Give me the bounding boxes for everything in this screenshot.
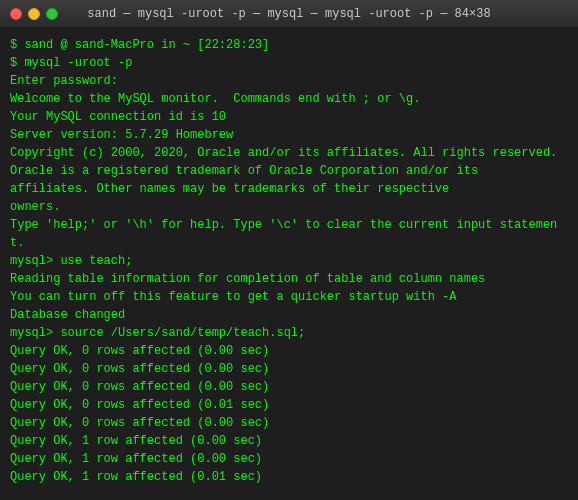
- terminal-line: You can turn off this feature to get a q…: [10, 288, 568, 306]
- terminal-line: Query OK, 0 rows affected (0.00 sec): [10, 360, 568, 378]
- terminal-line: $ sand @ sand-MacPro in ~ [22:28:23]: [10, 36, 568, 54]
- terminal-line: Type 'help;' or '\h' for help. Type '\c'…: [10, 216, 568, 252]
- window-title: sand — mysql -uroot -p — mysql — mysql -…: [87, 7, 490, 21]
- terminal-line: Query OK, 0 rows affected (0.00 sec): [10, 378, 568, 396]
- terminal-line: Query OK, 0 rows affected (0.00 sec): [10, 414, 568, 432]
- terminal-line: Query OK, 1 row affected (0.00 sec): [10, 450, 568, 468]
- title-bar: sand — mysql -uroot -p — mysql — mysql -…: [0, 0, 578, 28]
- terminal-body[interactable]: $ sand @ sand-MacPro in ~ [22:28:23]$ my…: [0, 28, 578, 500]
- terminal-line: Oracle is a registered trademark of Orac…: [10, 162, 568, 180]
- traffic-lights: [10, 8, 58, 20]
- terminal-line: Your MySQL connection id is 10: [10, 108, 568, 126]
- terminal-line: Enter password:: [10, 72, 568, 90]
- terminal-line: mysql> use teach;: [10, 252, 568, 270]
- close-button[interactable]: [10, 8, 22, 20]
- terminal-line: Server version: 5.7.29 Homebrew: [10, 126, 568, 144]
- terminal-line: Query OK, 1 row affected (0.00 sec): [10, 432, 568, 450]
- terminal-line: $ mysql -uroot -p: [10, 54, 568, 72]
- minimize-button[interactable]: [28, 8, 40, 20]
- terminal-line: Query OK, 1 row affected (0.01 sec): [10, 468, 568, 486]
- terminal-line: Reading table information for completion…: [10, 270, 568, 288]
- terminal-line: Query OK, 0 rows affected (0.00 sec): [10, 342, 568, 360]
- maximize-button[interactable]: [46, 8, 58, 20]
- terminal-line: Welcome to the MySQL monitor. Commands e…: [10, 90, 568, 108]
- terminal-line: Database changed: [10, 306, 568, 324]
- terminal-line: Query OK, 0 rows affected (0.01 sec): [10, 396, 568, 414]
- terminal-line: Copyright (c) 2000, 2020, Oracle and/or …: [10, 144, 568, 162]
- terminal-line: mysql> source /Users/sand/temp/teach.sql…: [10, 324, 568, 342]
- terminal-line: owners.: [10, 198, 568, 216]
- terminal-line: affiliates. Other names may be trademark…: [10, 180, 568, 198]
